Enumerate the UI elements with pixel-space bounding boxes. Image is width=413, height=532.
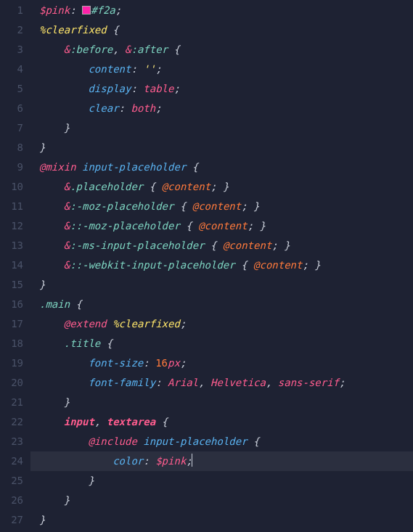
code-line[interactable]: &::-moz-placeholder { @content; } — [39, 216, 413, 236]
code-line[interactable]: .main { — [39, 295, 413, 314]
line-number: 10 — [0, 177, 23, 197]
code-line[interactable]: &:-ms-input-placeholder { @content; } — [39, 236, 413, 255]
code-line[interactable]: &::-webkit-input-placeholder { @content;… — [39, 255, 413, 275]
code-line[interactable]: clear: both; — [39, 99, 413, 118]
line-number: 25 — [0, 471, 23, 491]
code-line[interactable]: font-family: Arial, Helvetica, sans-seri… — [39, 373, 413, 393]
line-number: 5 — [0, 79, 23, 99]
code-line[interactable]: @extend %clearfixed; — [39, 314, 413, 334]
code-line[interactable]: } — [39, 510, 413, 530]
code-line[interactable]: .title { — [39, 334, 413, 353]
code-line[interactable]: input, textarea { — [39, 412, 413, 432]
line-number: 19 — [0, 353, 23, 373]
line-number: 22 — [0, 412, 23, 432]
line-number: 27 — [0, 510, 23, 530]
text-cursor — [192, 454, 192, 467]
line-number: 6 — [0, 99, 23, 118]
code-area[interactable]: $pink: #f2a; %clearfixed { &:before, &:a… — [30, 0, 413, 532]
code-line[interactable]: &.placeholder { @content; } — [39, 177, 413, 197]
line-number: 17 — [0, 314, 23, 334]
line-number: 18 — [0, 334, 23, 353]
color-swatch-icon — [82, 6, 91, 15]
line-number: 13 — [0, 236, 23, 255]
code-line[interactable]: } — [39, 275, 413, 295]
code-line[interactable]: font-size: 16px; — [39, 353, 413, 373]
code-line[interactable]: &:before, &:after { — [39, 40, 413, 60]
code-line[interactable]: &:-moz-placeholder { @content; } — [39, 197, 413, 216]
code-line[interactable]: @mixin input-placeholder { — [39, 157, 413, 177]
line-number: 14 — [0, 255, 23, 275]
line-number: 8 — [0, 138, 23, 157]
line-number: 1 — [0, 1, 23, 20]
line-number: 20 — [0, 373, 23, 393]
line-number: 23 — [0, 432, 23, 451]
code-line[interactable]: } — [39, 393, 413, 412]
code-line[interactable]: content: ''; — [39, 60, 413, 79]
line-number: 26 — [0, 491, 23, 510]
code-line-active[interactable]: color: $pink; — [30, 451, 413, 471]
line-number: 24 — [0, 451, 23, 471]
line-number: 11 — [0, 197, 23, 216]
line-gutter: 1 2 3 4 5 6 7 8 9 10 11 12 13 14 15 16 1… — [0, 0, 30, 532]
line-number: 3 — [0, 40, 23, 60]
line-number: 2 — [0, 20, 23, 40]
line-number: 7 — [0, 118, 23, 138]
line-number: 9 — [0, 157, 23, 177]
line-number: 21 — [0, 393, 23, 412]
code-line[interactable]: $pink: #f2a; — [39, 1, 413, 20]
line-number: 16 — [0, 295, 23, 314]
code-line[interactable]: } — [39, 118, 413, 138]
code-line[interactable]: %clearfixed { — [39, 20, 413, 40]
line-number: 15 — [0, 275, 23, 295]
code-line[interactable]: } — [39, 491, 413, 510]
line-number: 12 — [0, 216, 23, 236]
line-number: 4 — [0, 60, 23, 79]
code-line[interactable]: } — [39, 471, 413, 491]
code-line[interactable]: display: table; — [39, 79, 413, 99]
code-line[interactable]: } — [39, 138, 413, 157]
code-editor[interactable]: 1 2 3 4 5 6 7 8 9 10 11 12 13 14 15 16 1… — [0, 0, 413, 532]
code-line[interactable]: @include input-placeholder { — [39, 432, 413, 451]
